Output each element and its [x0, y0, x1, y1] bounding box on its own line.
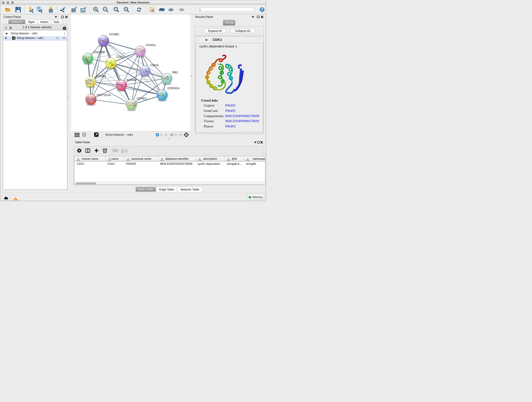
svg-text:String Network – cdk1: String Network – cdk1	[105, 133, 133, 136]
svg-text:CCNB1: CCNB1	[96, 75, 106, 78]
svg-text:RB1: RB1	[172, 70, 178, 74]
svg-text:f(x): f(x)	[121, 148, 128, 153]
svg-text:CDK1: CDK1	[117, 55, 125, 58]
svg-text:CDKN1A: CDKN1A	[167, 86, 180, 90]
svg-text:CDC25B: CDC25B	[93, 51, 105, 54]
svg-text:CCNA1: CCNA1	[146, 43, 156, 47]
svg-text:0 – 0: 0 – 0	[175, 133, 181, 136]
svg-text:CCNE1: CCNE1	[137, 97, 147, 100]
svg-text:HIST1H1A: HIST1H1A	[97, 93, 111, 97]
svg-text:1 – 0: 1 – 0	[160, 133, 167, 136]
svg-text:?: ?	[261, 7, 263, 12]
svg-text:CCNA2: CCNA2	[127, 78, 137, 82]
svg-text:CDC6: CDC6	[150, 64, 158, 67]
svg-text:CCNB2: CCNB2	[109, 32, 119, 36]
